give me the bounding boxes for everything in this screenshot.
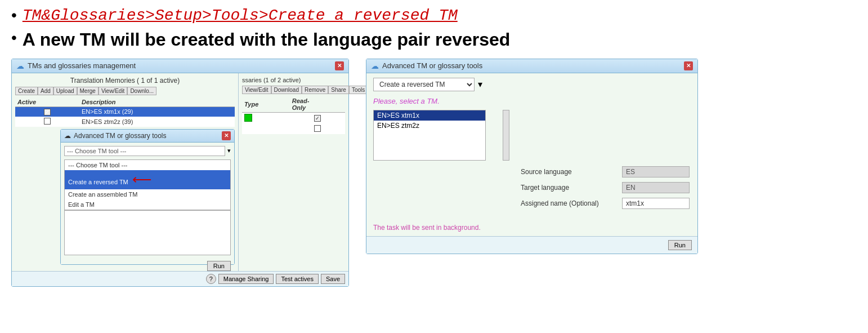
tm-row-desc-1: EN>ES xtm1x (29) xyxy=(79,106,235,117)
advanced-dialog-title: Advanced TM or glossary tools xyxy=(382,61,482,70)
help-button[interactable]: ? xyxy=(206,274,216,284)
source-lang-label: Source language xyxy=(521,168,622,176)
tool-dropdown-text: --- Choose TM tool --- xyxy=(67,148,127,154)
popup-cloud-icon: ☁ xyxy=(64,132,71,140)
create-btn[interactable]: Create xyxy=(15,87,38,95)
download-btn[interactable]: Downlo... xyxy=(127,87,156,95)
advanced-dialog-titlebar: ☁ Advanced TM or glossary tools ✕ xyxy=(366,59,697,73)
menu-item-reversed[interactable]: Create a reversed TM ⟵ xyxy=(65,170,230,189)
menu-item-choose[interactable]: --- Choose TM tool --- xyxy=(65,160,230,170)
right-tool-dropdown[interactable]: Create a reversed TM xyxy=(373,78,475,91)
save-button[interactable]: Save xyxy=(321,274,345,284)
tool-dropdown-display[interactable]: --- Choose TM tool --- xyxy=(64,146,225,156)
right-dropdown-arrow-icon: ▾ xyxy=(478,79,482,90)
bullet-text-1: TM&Glossaries>Setup>Tools>Create a rever… xyxy=(23,6,458,26)
tool-textarea[interactable] xyxy=(64,210,231,255)
tm-section-header: Translation Memories ( 1 of 1 active) xyxy=(15,77,235,85)
tm-list-item-2[interactable]: EN>ES ztm2z xyxy=(374,121,485,131)
col-active: Active xyxy=(15,97,79,107)
tm-table: Active Description ✓ EN>ES xtm1x (29) xyxy=(15,97,235,127)
test-actives-button[interactable]: Test actives xyxy=(276,274,318,284)
table-row[interactable]: EN>ES ztm2z (39) xyxy=(15,117,235,127)
tm-dialog-titlebar: ☁ TMs and glossaries management ✕ xyxy=(12,59,348,73)
tool-dropdown-menu: --- Choose TM tool --- Create a reversed… xyxy=(64,159,231,210)
g-remove-btn[interactable]: Remove xyxy=(302,86,328,94)
form-fields: Source language Target language Assigned… xyxy=(521,166,690,214)
table-row[interactable]: ✓ EN>ES xtm1x (29) xyxy=(15,106,235,117)
tm-dialog-close-button[interactable]: ✕ xyxy=(335,61,344,70)
assigned-name-row: Assigned name (Optional) xyxy=(521,198,690,209)
advanced-popup-titlebar: ☁ Advanced TM or glossary tools ✕ xyxy=(61,130,234,143)
right-run-button[interactable]: Run xyxy=(668,240,692,250)
viewedit-btn[interactable]: View/Edit xyxy=(99,87,128,95)
add-btn[interactable]: Add xyxy=(38,87,53,95)
advanced-popup-title-text: Advanced TM or glossary tools xyxy=(74,132,167,140)
source-lang-input xyxy=(622,166,690,177)
glossaries-table: Type Read-Only ✓ xyxy=(242,96,345,134)
tm-list-scrollbar[interactable] xyxy=(503,110,509,161)
background-note: The task will be sent in background. xyxy=(373,224,691,232)
upload-btn[interactable]: Upload xyxy=(53,87,77,95)
bullet-dot-2: • xyxy=(11,28,17,47)
col-readonly: Read-Only xyxy=(290,96,345,113)
tm-list-item-1[interactable]: EN>ES xtm1x xyxy=(374,110,485,121)
dropdown-arrow-icon: ▾ xyxy=(227,147,231,154)
tm-list-box[interactable]: EN>ES xtm1x EN>ES ztm2z xyxy=(373,110,486,161)
advanced-tm-popup: ☁ Advanced TM or glossary tools ✕ --- Ch… xyxy=(60,129,235,265)
advanced-popup-close-button[interactable]: ✕ xyxy=(222,131,231,140)
manage-sharing-button[interactable]: Manage Sharing xyxy=(218,274,274,284)
bullet-dot-1: • xyxy=(11,6,17,25)
target-lang-label: Target language xyxy=(521,184,622,192)
table-row[interactable] xyxy=(242,124,345,134)
tm-row-desc-2: EN>ES ztm2z (39) xyxy=(79,117,235,127)
glossaries-toolbar: View/Edit Download Remove Share Tools xyxy=(242,86,345,94)
checkbox-tm2[interactable] xyxy=(44,118,51,125)
bottom-buttons-bar: ? Manage Sharing Test actives Save xyxy=(12,271,348,286)
menu-item-assembled[interactable]: Create an assembled TM xyxy=(65,189,230,199)
table-row[interactable]: ✓ xyxy=(242,112,345,124)
readonly-check-2[interactable] xyxy=(314,125,321,132)
target-lang-row: Target language xyxy=(521,182,690,193)
advanced-dialog-body: Create a reversed TM ▾ Please, select a … xyxy=(366,73,697,236)
source-lang-row: Source language xyxy=(521,166,690,177)
target-lang-input xyxy=(622,182,690,193)
readonly-check-1[interactable]: ✓ xyxy=(314,115,321,122)
tm-management-dialog: ☁ TMs and glossaries management ✕ Transl… xyxy=(11,59,349,287)
g-tools-btn[interactable]: Tools xyxy=(349,86,368,94)
advanced-cloud-icon: ☁ xyxy=(371,61,379,70)
g-viewedit-btn[interactable]: View/Edit xyxy=(242,86,271,94)
tm-toolbar: Create Add Upload Merge View/Edit Downlo… xyxy=(15,87,235,95)
glossaries-header: ssaries (1 of 2 active) xyxy=(242,77,345,83)
checkbox-tm1[interactable]: ✓ xyxy=(44,109,51,116)
col-type: Type xyxy=(242,96,290,113)
type-icon-green xyxy=(244,114,252,122)
right-bottom-bar: Run xyxy=(366,236,697,254)
g-share-btn[interactable]: Share xyxy=(328,86,349,94)
popup-run-button[interactable]: Run xyxy=(207,261,231,271)
cloud-icon: ☁ xyxy=(16,61,24,70)
type-cell-2 xyxy=(242,124,290,134)
assigned-name-input[interactable] xyxy=(622,198,690,209)
red-arrow-icon: ⟵ xyxy=(132,172,151,188)
tm-list-section: EN>ES xtm1x EN>ES ztm2z Source language … xyxy=(373,110,691,214)
bullet-text-2: A new TM will be created with the langua… xyxy=(23,28,511,52)
col-description: Description xyxy=(79,97,235,107)
assigned-name-label: Assigned name (Optional) xyxy=(521,199,622,207)
please-select-message: Please, select a TM. xyxy=(373,97,691,105)
menu-item-edit[interactable]: Edit a TM xyxy=(65,199,230,210)
advanced-dialog-close-button[interactable]: ✕ xyxy=(684,61,693,70)
dialogs-row: ☁ TMs and glossaries management ✕ Transl… xyxy=(11,59,857,287)
g-download-btn[interactable]: Download xyxy=(271,86,302,94)
tm-dialog-title: TMs and glossaries management xyxy=(28,61,136,70)
advanced-popup-body: --- Choose TM tool --- ▾ --- Choose TM t… xyxy=(61,143,234,264)
advanced-tm-dialog: ☁ Advanced TM or glossary tools ✕ Create… xyxy=(366,59,698,254)
merge-btn[interactable]: Merge xyxy=(77,87,99,95)
